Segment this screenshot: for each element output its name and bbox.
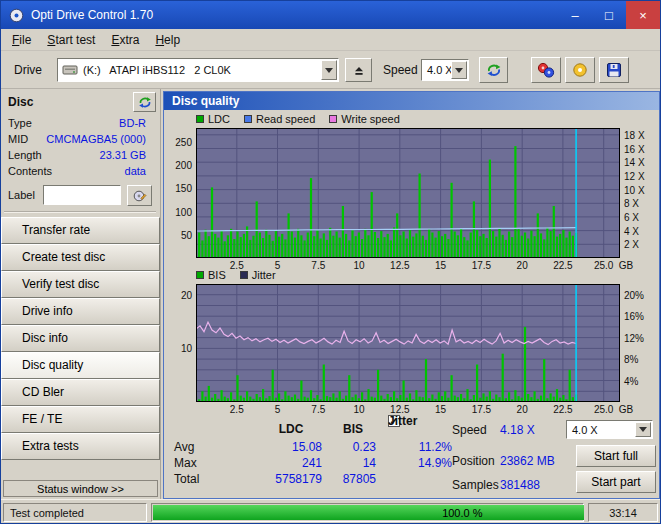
sidebar-item-disc-info[interactable]: Disc info xyxy=(1,325,160,352)
disc-length-value: 23.31 GB xyxy=(100,149,146,161)
status-message: Test completed xyxy=(3,503,147,522)
avg-ldc-value: 15.08 xyxy=(260,440,322,454)
axis-tick-label: 25.0 xyxy=(594,404,613,415)
axis-tick-label: 6 X xyxy=(624,212,639,223)
avg-bis-value: 0.23 xyxy=(330,440,376,454)
drive-select-arrow[interactable] xyxy=(321,60,337,80)
compare-discs-button[interactable] xyxy=(531,57,561,83)
sidebar-item-disc-quality[interactable]: Disc quality xyxy=(1,352,160,379)
sidebar-item-drive-info[interactable]: Drive info xyxy=(1,298,160,325)
progress-fill xyxy=(153,505,584,520)
samples-stat-label: Samples xyxy=(452,478,499,492)
speed-stat-value: 4.18 X xyxy=(500,423,535,437)
minimize-button[interactable]: – xyxy=(558,1,592,29)
eject-button[interactable] xyxy=(345,58,372,82)
axis-tick-label: 14 X xyxy=(624,157,645,168)
disc-length-row: Length 23.31 GB xyxy=(1,149,160,164)
axis-tick-label: 12.5 xyxy=(390,260,409,271)
speed-select-arrow[interactable] xyxy=(451,61,467,79)
write-label-button[interactable] xyxy=(127,185,152,206)
axis-tick-label: 12% xyxy=(624,333,644,344)
sidebar-divider xyxy=(4,211,156,213)
menu-extra[interactable]: Extra xyxy=(103,31,147,49)
axis-tick-label: 7.5 xyxy=(311,404,325,415)
sidebar-item-transfer-rate[interactable]: Transfer rate xyxy=(1,217,160,244)
drive-select-value: (K:) ATAPI iHBS112 2 CL0K xyxy=(78,64,231,76)
legend-swatch xyxy=(196,115,204,123)
axis-tick-label: 250 xyxy=(175,137,192,148)
start-full-button[interactable]: Start full xyxy=(576,445,656,467)
chevron-down-icon xyxy=(455,68,463,73)
axis-tick-label: 15 xyxy=(435,260,446,271)
axis-tick-label: 10 xyxy=(181,343,192,354)
legend-label: Read speed xyxy=(256,113,315,125)
axis-tick-label: 4% xyxy=(624,376,638,387)
test-speed-select-arrow[interactable] xyxy=(635,422,651,437)
sidebar-item-create-test-disc[interactable]: Create test disc xyxy=(1,244,160,271)
total-bis-value: 87805 xyxy=(330,472,376,486)
disc-label-input[interactable] xyxy=(43,185,121,205)
refresh-icon xyxy=(486,63,502,77)
sidebar-item-verify-test-disc[interactable]: Verify test disc xyxy=(1,271,160,298)
statusbar: Test completed 100.0 % 33:14 xyxy=(1,499,660,524)
menu-help[interactable]: Help xyxy=(147,31,188,49)
axis-tick-label: 10 X xyxy=(624,185,645,196)
axis-tick-label: 22.5 xyxy=(553,404,572,415)
axis-tick-label: 2.5 xyxy=(230,404,244,415)
menu-start-test[interactable]: Start test xyxy=(39,31,103,49)
axis-tick-label: 5 xyxy=(275,404,281,415)
speed-select[interactable]: 4.0 X xyxy=(421,59,469,81)
top-chart-left-axis: 25020015010050 xyxy=(166,128,194,274)
axis-tick-label: 22.5 xyxy=(553,260,572,271)
disc-label-caption: Label xyxy=(8,189,35,201)
disc-quality-panel: Disc quality LDCRead speedWrite speed 25… xyxy=(163,91,660,499)
disc-type-value: BD-R xyxy=(119,117,146,129)
speed-stat-label: Speed xyxy=(452,423,487,437)
axis-tick-label: 16 X xyxy=(624,144,645,155)
max-bis-value: 14 xyxy=(330,456,376,470)
titlebar: Opti Drive Control 1.70 – □ × xyxy=(1,1,660,29)
bottom-chart-left-axis: 2010 xyxy=(166,284,194,418)
drive-select[interactable]: (K:) ATAPI iHBS112 2 CL0K xyxy=(57,58,339,82)
utility-disc-icon xyxy=(572,62,588,78)
start-part-button[interactable]: Start part xyxy=(576,471,656,493)
axis-tick-label: 200 xyxy=(175,160,192,171)
status-window-button[interactable]: Status window >> xyxy=(3,480,158,497)
menu-file[interactable]: File xyxy=(4,31,39,49)
refresh-disc-button[interactable] xyxy=(133,92,156,112)
close-button[interactable]: × xyxy=(626,1,660,29)
legend-label: BIS xyxy=(208,269,226,281)
jitter-header-label: Jitter xyxy=(388,414,417,428)
axis-tick-label: 4 X xyxy=(624,226,639,237)
refresh-speed-button[interactable] xyxy=(479,57,508,83)
bottom-chart-right-axis: 20%16%12%8%4% xyxy=(622,284,660,418)
axis-tick-label: 150 xyxy=(175,183,192,194)
disc-contents-value: data xyxy=(125,165,146,177)
app-icon xyxy=(9,8,24,23)
save-button[interactable] xyxy=(599,57,629,83)
disc-section-header: Disc xyxy=(8,95,33,109)
test-speed-select[interactable]: 4.0 X xyxy=(566,420,653,439)
axis-tick-label: GB xyxy=(619,404,633,415)
axis-tick-label: 8 X xyxy=(624,198,639,209)
app-window: Opti Drive Control 1.70 – □ × File Start… xyxy=(0,0,661,524)
progress-bar: 100.0 % xyxy=(151,503,584,522)
total-ldc-value: 5758179 xyxy=(260,472,322,486)
disc-mid-row: MID CMCMAGBA5 (000) xyxy=(1,133,160,148)
speed-label: Speed xyxy=(383,63,418,77)
chevron-down-icon xyxy=(325,68,333,73)
max-ldc-value: 241 xyxy=(260,456,322,470)
axis-tick-label: 17.5 xyxy=(472,260,491,271)
disc-edit-icon xyxy=(133,189,147,203)
chevron-down-icon xyxy=(639,427,647,432)
toolbar: Drive (K:) ATAPI iHBS112 2 CL0K Speed 4.… xyxy=(1,51,660,89)
maximize-button[interactable]: □ xyxy=(592,1,626,29)
sidebar-item-fe-te[interactable]: FE / TE xyxy=(1,406,160,433)
axis-tick-label: 15 xyxy=(435,404,446,415)
utility-button[interactable] xyxy=(565,57,595,83)
axis-tick-label: 12 X xyxy=(624,171,645,182)
sidebar-item-cd-bler[interactable]: CD Bler xyxy=(1,379,160,406)
eject-icon xyxy=(353,65,365,76)
ldc-column-header: LDC xyxy=(260,422,322,436)
sidebar-item-extra-tests[interactable]: Extra tests xyxy=(1,433,160,460)
